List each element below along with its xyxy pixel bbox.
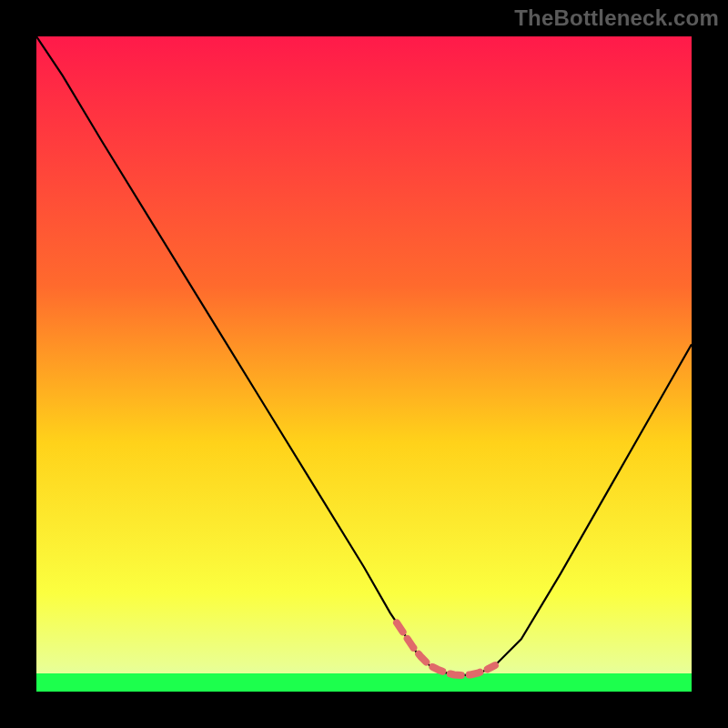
chart-svg [36, 36, 692, 692]
green-band [36, 673, 692, 692]
plot-area [36, 36, 692, 692]
chart-frame: TheBottleneck.com [0, 0, 728, 728]
watermark: TheBottleneck.com [514, 5, 719, 31]
gradient-background [36, 36, 692, 692]
